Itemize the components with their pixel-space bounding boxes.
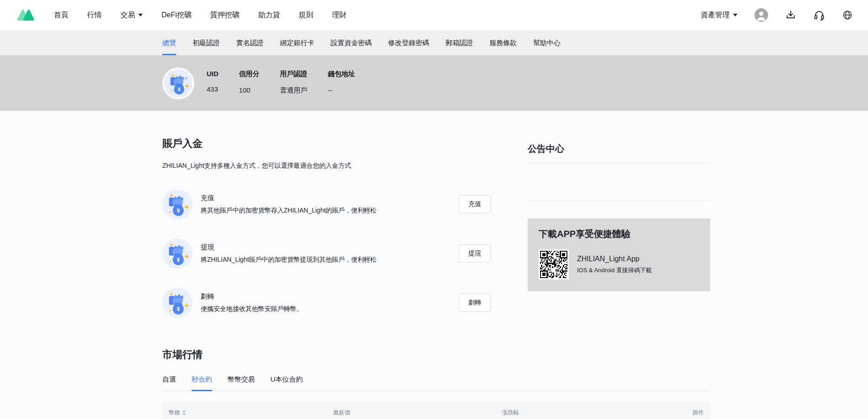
transfer-button[interactable]: 劃轉 [459, 294, 491, 312]
app-name: ZHILIAN_Light App [577, 255, 652, 263]
stat-uid: UID 433 [207, 70, 218, 111]
nav-item-trade[interactable]: 交易 [120, 10, 143, 20]
chevron-down-icon [138, 14, 143, 16]
nav-item-rules[interactable]: 規則 [299, 10, 313, 20]
money-bag-avatar: ¥ [162, 67, 194, 99]
tab-bind-bank-card[interactable]: 綁定銀行卡 [280, 31, 314, 55]
nav-item-wealth[interactable]: 理財 [332, 10, 347, 20]
user-info-bar: ¥ UID 433 信用分 100 用戶認證 普通用戶 錢包地址 -- [0, 55, 868, 111]
app-card-title: 下載APP享受便捷體驗 [539, 228, 699, 240]
sort-icon [182, 409, 186, 416]
money-bag-icon: ¥ [162, 288, 192, 318]
recharge-desc: 將其他賬戶中的加密貨幣存入ZHILIAN_Light的賬戶，便利輕松 [201, 207, 377, 215]
app-download-card: 下載APP享受便捷體驗 ZHILIAN_Light App IOS & Andr… [528, 218, 710, 291]
market-tab-second-contract[interactable]: 秒合約 [192, 375, 212, 391]
nav-right-tools: 資產管理 [701, 8, 853, 22]
stat-user-verification: 用戶認證 普通用戶 [280, 70, 307, 111]
nav-item-staking[interactable]: 質押挖礦 [210, 10, 239, 20]
tab-email-verification[interactable]: 郵箱認證 [446, 31, 473, 55]
tab-terms-of-service[interactable]: 服務條款 [489, 31, 517, 55]
market-title: 市場行情 [162, 348, 710, 362]
money-bag-icon: ¥ [164, 69, 192, 98]
tab-help-center[interactable]: 幫助中心 [533, 31, 561, 55]
user-avatar-icon[interactable] [754, 8, 768, 22]
money-bag-icon: ¥ [162, 189, 192, 219]
deposit-row-transfer: ¥ 劃轉 便攜安全地接收其他幣安賬戶轉幣。 劃轉 [162, 288, 491, 318]
tab-fund-password[interactable]: 設置資金密碼 [331, 31, 372, 55]
user-stats: UID 433 信用分 100 用戶認證 普通用戶 錢包地址 -- [207, 55, 355, 111]
announcement-center-title: 公告中心 [528, 143, 710, 155]
withdraw-desc: 將ZHILIAN_Light賬戶中的加密貨幣提現到其他賬戶，便利輕松 [201, 256, 377, 264]
market-tab-spot[interactable]: 幣幣交易 [228, 375, 255, 391]
main-content: 賬戶入金 ZHILIAN_Light支持多種入金方式，您可以選擇最適合您的入金方… [162, 111, 710, 318]
nav-item-defi-mining[interactable]: DeFi挖礦 [161, 10, 192, 20]
recharge-title: 充值 [201, 194, 377, 202]
deposit-subtitle: ZHILIAN_Light支持多種入金方式，您可以選擇最適合您的入金方式 [162, 162, 491, 170]
tab-identity-verification[interactable]: 實名認證 [236, 31, 264, 55]
announcement-empty-list [528, 163, 710, 201]
market-tab-favorites[interactable]: 自選 [162, 375, 176, 391]
deposit-row-withdraw: ¥ 提現 將ZHILIAN_Light賬戶中的加密貨幣提現到其他賬戶，便利輕松 … [162, 238, 491, 269]
right-sidebar: 公告中心 下載APP享受便捷體驗 ZHILIAN_Light App IOS &… [528, 111, 710, 318]
tab-primary-verification[interactable]: 初級認證 [192, 31, 220, 55]
svg-text:¥: ¥ [177, 207, 180, 214]
stat-credit-score: 信用分 100 [239, 70, 260, 111]
tab-overview[interactable]: 總覽 [162, 31, 176, 55]
withdraw-button[interactable]: 提現 [459, 244, 491, 263]
qr-code [539, 249, 569, 279]
nav-item-markets[interactable]: 行情 [87, 10, 102, 20]
deposit-section: 賬戶入金 ZHILIAN_Light支持多種入金方式，您可以選擇最適合您的入金方… [162, 111, 491, 318]
column-header-coin[interactable]: 幣種 [169, 409, 274, 417]
market-table-header: 幣種 最新價 漲跌幅 操作 [162, 402, 710, 419]
withdraw-title: 提現 [201, 243, 377, 252]
nav-item-loan[interactable]: 助力貸 [258, 10, 280, 20]
deposit-title: 賬戶入金 [162, 137, 491, 150]
recharge-button[interactable]: 充值 [459, 195, 491, 213]
account-tabbar: 總覽 初級認證 實名認證 綁定銀行卡 設置資金密碼 修改登錄密碼 郵箱認證 服務… [0, 31, 868, 55]
svg-text:¥: ¥ [178, 87, 181, 92]
column-header-action: 操作 [611, 409, 704, 417]
transfer-title: 劃轉 [201, 292, 303, 301]
column-header-change: 漲跌幅 [410, 409, 611, 417]
market-tab-usdt-futures[interactable]: U本位合約 [270, 375, 303, 391]
nav-item-home[interactable]: 首頁 [54, 10, 68, 20]
brand-logo[interactable] [17, 9, 36, 21]
svg-text:¥: ¥ [177, 257, 180, 263]
app-download-hint: IOS & Android 直接掃碼下載 [577, 266, 652, 274]
column-header-last-price: 最新價 [274, 409, 410, 417]
tab-login-password[interactable]: 修改登錄密碼 [388, 31, 429, 55]
asset-management-menu[interactable]: 資產管理 [701, 10, 738, 20]
language-globe-icon[interactable] [842, 10, 853, 21]
download-icon[interactable] [785, 10, 796, 21]
support-headset-icon[interactable] [813, 9, 825, 21]
stat-wallet-address: 錢包地址 -- [328, 70, 355, 111]
market-tabs: 自選 秒合約 幣幣交易 U本位合約 [162, 375, 710, 391]
chevron-down-icon [733, 14, 738, 16]
top-nav: 首頁 行情 交易 DeFi挖礦 質押挖礦 助力貸 規則 理財 資產管理 [0, 0, 868, 31]
deposit-row-recharge: ¥ 充值 將其他賬戶中的加密貨幣存入ZHILIAN_Light的賬戶，便利輕松 … [162, 189, 491, 219]
money-bag-icon: ¥ [162, 238, 192, 269]
svg-text:¥: ¥ [177, 306, 180, 312]
market-section: 市場行情 自選 秒合約 幣幣交易 U本位合約 幣種 最新價 漲跌幅 操作 [162, 348, 710, 419]
transfer-desc: 便攜安全地接收其他幣安賬戶轉幣。 [201, 305, 303, 313]
main-menu: 首頁 行情 交易 DeFi挖礦 質押挖礦 助力貸 規則 理財 [54, 10, 347, 20]
